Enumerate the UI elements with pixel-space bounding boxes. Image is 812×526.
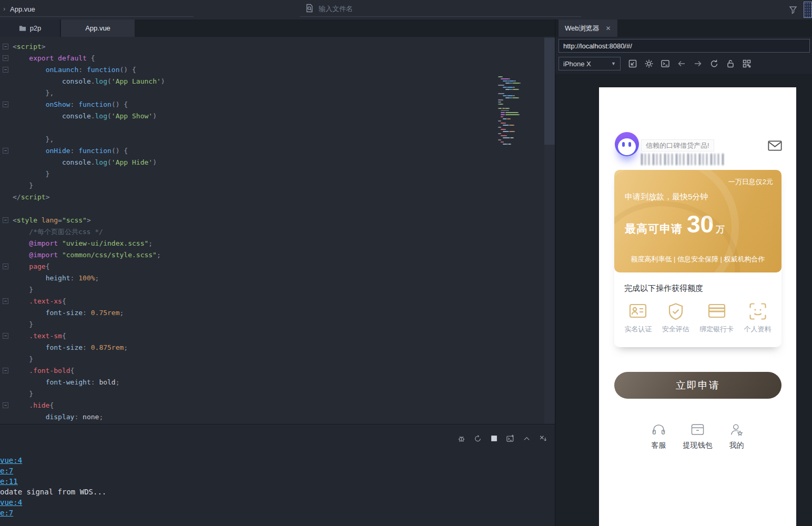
forward-icon[interactable]	[693, 59, 703, 68]
device-select[interactable]: iPhone X ▼	[559, 57, 621, 70]
breadcrumb-chevron-icon: ›	[3, 5, 5, 13]
code-editor[interactable]: −<script>− export default {− onLaunch: f…	[0, 37, 555, 424]
console-source-link[interactable]: e:7	[0, 466, 526, 476]
console-source-link[interactable]: e:7	[0, 508, 526, 518]
fold-marker-icon[interactable]: −	[3, 55, 8, 61]
tab-web-browser[interactable]: Web浏览器 ✕	[559, 19, 617, 37]
code-line[interactable]: console.log('App Show')	[0, 110, 494, 122]
qr-grid-icon[interactable]	[742, 59, 752, 68]
task-item-实名认证[interactable]: 实名认证	[624, 302, 652, 334]
code-line[interactable]: font-weight: bold;	[0, 377, 494, 388]
phone-viewport: 信赖的口碑借贷产品! 一万日息仅2元 申请到放款，最快5分钟 最高可申请 30 …	[599, 87, 796, 526]
apply-now-button[interactable]: 立即申请	[614, 372, 781, 399]
nav-item-客服[interactable]: 客服	[644, 423, 674, 450]
folder-icon	[19, 25, 26, 32]
code-line[interactable]: }	[0, 353, 494, 365]
console-source-link[interactable]: vue:4	[0, 497, 526, 508]
code-line[interactable]: − .font-bold{	[0, 365, 494, 377]
tab-file-label: App.vue	[85, 24, 110, 32]
nav-item-提现钱包[interactable]: 提现钱包	[683, 423, 713, 450]
promo-banner: 一万日息仅2元 申请到放款，最快5分钟 最高可申请 30 万 额度高利率低 | …	[614, 170, 781, 272]
code-line[interactable]: }	[0, 319, 494, 330]
fold-marker-icon[interactable]: −	[3, 44, 8, 49]
collapse-icon[interactable]	[522, 434, 531, 443]
nav-label: 客服	[652, 441, 666, 450]
code-line[interactable]: }	[0, 180, 494, 191]
file-search-input[interactable]: 输入文件名	[300, 0, 581, 17]
code-line[interactable]: − onLaunch: function() {	[0, 64, 494, 76]
console-source-link[interactable]: e:11	[0, 476, 526, 487]
tab-web-browser-label: Web浏览器	[565, 24, 600, 33]
code-line[interactable]: },	[0, 87, 494, 99]
nav-item-我的[interactable]: 我的	[722, 423, 752, 450]
back-icon[interactable]	[677, 59, 686, 68]
code-line[interactable]: − .hide{	[0, 400, 494, 411]
top-toolbar: › App.vue 输入文件名	[0, 0, 812, 19]
breadcrumb[interactable]: App.vue	[10, 5, 35, 13]
fold-marker-icon[interactable]: −	[3, 298, 8, 304]
task-item-绑定银行卡[interactable]: 绑定银行卡	[699, 302, 734, 334]
code-line[interactable]: font-size: 0.875rem;	[0, 342, 494, 353]
code-content[interactable]: −<script>− export default {− onLaunch: f…	[0, 41, 494, 423]
search-file-icon	[305, 4, 314, 13]
code-line[interactable]: }	[0, 168, 494, 180]
task-label: 实名认证	[624, 325, 652, 334]
code-line[interactable]: @import "uview-ui/index.scss";	[0, 238, 494, 249]
debug-icon[interactable]	[457, 434, 466, 443]
code-line[interactable]: −<style lang="scss">	[0, 215, 494, 226]
code-line[interactable]: − onShow: function() {	[0, 99, 494, 110]
code-line[interactable]: −<script>	[0, 41, 494, 53]
editor-scrollbar-thumb[interactable]	[544, 38, 555, 145]
fold-marker-icon[interactable]: −	[3, 264, 8, 269]
shield-check-icon	[667, 302, 685, 320]
code-line[interactable]	[0, 122, 494, 134]
code-line[interactable]: },	[0, 134, 494, 145]
code-line[interactable]: }	[0, 388, 494, 400]
filter-icon[interactable]	[788, 5, 798, 15]
message-envelope-icon[interactable]	[768, 140, 782, 151]
code-line[interactable]: </script>	[0, 191, 494, 203]
terminal-icon[interactable]	[661, 59, 670, 68]
code-line[interactable]: }	[0, 284, 494, 296]
minimap[interactable]	[498, 76, 530, 145]
code-line[interactable]: − .text-xs{	[0, 296, 494, 307]
new-terminal-icon[interactable]	[506, 434, 515, 443]
code-line[interactable]: @import "common/css/style.scss";	[0, 249, 494, 261]
tab-project-p2p[interactable]: p2p	[0, 19, 60, 37]
file-search-placeholder: 输入文件名	[319, 4, 353, 14]
task-item-安全评估[interactable]: 安全评估	[662, 302, 689, 334]
restart-icon[interactable]	[473, 434, 482, 443]
settings-icon[interactable]	[644, 59, 654, 68]
close-icon[interactable]: ✕	[606, 25, 611, 32]
code-line[interactable]: − export default {	[0, 53, 494, 64]
fold-marker-icon[interactable]: −	[3, 402, 8, 408]
code-line[interactable]: console.log('App Hide')	[0, 157, 494, 168]
code-line[interactable]: /*每个页面公共css */	[0, 226, 494, 238]
tab-file-appvue[interactable]: App.vue	[61, 19, 135, 37]
fold-marker-icon[interactable]: −	[3, 368, 8, 373]
fold-marker-icon[interactable]: −	[3, 148, 8, 154]
code-line[interactable]: font-size: 0.75rem;	[0, 307, 494, 319]
code-line[interactable]: − page{	[0, 261, 494, 272]
code-line[interactable]: height: 100%;	[0, 272, 494, 284]
fold-marker-icon[interactable]: −	[3, 217, 8, 223]
code-line[interactable]: − .text-sm{	[0, 330, 494, 342]
code-line[interactable]: display: none;	[0, 411, 494, 423]
task-item-个人资料[interactable]: 个人资料	[744, 302, 772, 334]
console-source-link[interactable]: vue:4	[0, 455, 526, 466]
close-icon[interactable]	[539, 434, 547, 443]
fold-marker-icon[interactable]: −	[3, 333, 8, 339]
user-star-icon	[729, 423, 744, 437]
refresh-icon[interactable]	[709, 59, 719, 68]
code-line[interactable]: − onHide: function() {	[0, 145, 494, 157]
amount-prefix: 最高可申请	[625, 221, 683, 236]
code-line[interactable]: console.log('App Launch')	[0, 76, 494, 87]
lock-icon[interactable]	[726, 59, 735, 68]
url-input[interactable]	[559, 39, 810, 53]
fold-marker-icon[interactable]: −	[3, 102, 8, 107]
open-external-icon[interactable]	[628, 59, 637, 68]
fold-marker-icon[interactable]: −	[3, 67, 8, 73]
code-line[interactable]	[0, 203, 494, 215]
bottom-nav: 客服提现钱包我的	[599, 423, 796, 450]
stop-icon[interactable]	[490, 434, 499, 443]
